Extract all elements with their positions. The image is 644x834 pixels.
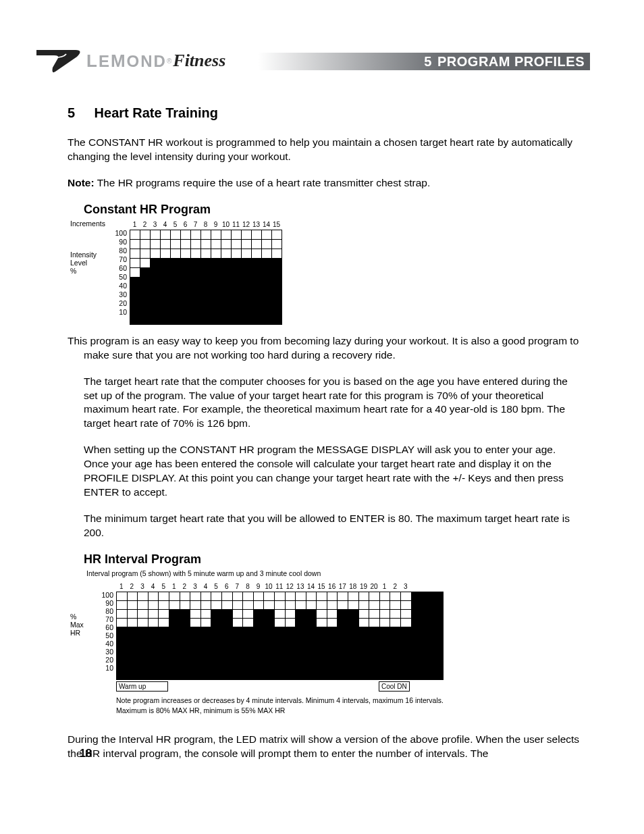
grid-cell bbox=[117, 636, 127, 644]
grid-cell bbox=[242, 287, 251, 296]
grid-cell bbox=[221, 306, 231, 315]
grid-cell bbox=[138, 662, 148, 671]
grid-cell bbox=[222, 636, 232, 644]
x-tick: 15 bbox=[316, 583, 327, 591]
grid-cell bbox=[117, 627, 127, 635]
grid-cell bbox=[190, 645, 200, 653]
grid-cell bbox=[159, 662, 169, 671]
x-tick: 2 bbox=[180, 583, 190, 591]
grid-cell bbox=[130, 259, 140, 267]
grid-cell bbox=[262, 287, 271, 296]
grid-cell bbox=[233, 662, 243, 671]
grid-cell bbox=[243, 662, 253, 671]
grid-cell bbox=[128, 592, 138, 600]
header-section-bar: 5 PROGRAM PROFILES bbox=[258, 53, 590, 70]
grid-cell bbox=[128, 627, 138, 635]
grid-cell bbox=[232, 278, 241, 286]
grid-cell bbox=[327, 592, 338, 600]
grid-cell bbox=[180, 645, 190, 653]
grid-cell bbox=[201, 662, 211, 671]
x-tick: 2 bbox=[140, 221, 150, 229]
body-p4: The minimum target heart rate that you w… bbox=[68, 512, 583, 540]
body-p1: This program is an easy way to keep you … bbox=[68, 334, 583, 363]
grid-cell bbox=[221, 315, 231, 324]
grid-cell bbox=[221, 278, 231, 286]
grid-cell bbox=[338, 627, 348, 635]
grid-cell bbox=[138, 636, 148, 644]
grid-cell bbox=[338, 671, 348, 679]
grid-cell bbox=[117, 610, 127, 618]
grid-cell bbox=[130, 249, 140, 258]
grid-cell bbox=[211, 645, 221, 653]
grid-cell bbox=[380, 627, 390, 635]
grid-cell bbox=[369, 627, 379, 635]
grid-cell bbox=[222, 619, 232, 627]
grid-cell bbox=[369, 654, 379, 662]
grid-cell bbox=[317, 610, 327, 618]
grid-cell bbox=[130, 240, 140, 249]
grid-cell bbox=[232, 240, 241, 249]
warmup-label: Warm up bbox=[116, 681, 168, 692]
grid-cell bbox=[233, 671, 243, 679]
grid-cell bbox=[242, 268, 251, 277]
x-tick: 5 bbox=[158, 583, 169, 591]
grid-cell bbox=[169, 636, 180, 644]
grid-cell bbox=[161, 259, 170, 267]
grid-cell bbox=[359, 619, 369, 627]
grid-cell bbox=[306, 619, 317, 627]
grid-cell bbox=[201, 259, 211, 267]
chart2-ylabel-line3: HR bbox=[70, 629, 96, 637]
grid-cell bbox=[171, 315, 180, 324]
grid-cell bbox=[201, 296, 211, 305]
x-tick: 9 bbox=[211, 221, 221, 229]
grid-cell bbox=[369, 636, 379, 644]
grid-cell bbox=[128, 654, 138, 662]
grid-cell bbox=[130, 268, 140, 277]
grid-cell bbox=[128, 610, 138, 618]
grid-cell bbox=[262, 306, 271, 315]
chart2-segment-labels: Warm upCool DN bbox=[116, 681, 444, 692]
grid-cell bbox=[390, 610, 400, 618]
grid-cell bbox=[252, 287, 261, 296]
grid-cell bbox=[338, 636, 348, 644]
grid-cell bbox=[306, 654, 317, 662]
grid-cell bbox=[169, 601, 180, 609]
grid-cell bbox=[180, 610, 190, 618]
grid-cell bbox=[359, 662, 369, 671]
grid-cell bbox=[117, 662, 127, 671]
grid-cell bbox=[191, 287, 200, 296]
grid-cell bbox=[327, 636, 338, 644]
grid-cell bbox=[401, 627, 411, 635]
grid-cell bbox=[338, 645, 348, 653]
grid-cell bbox=[138, 654, 148, 662]
grid-cell bbox=[232, 268, 241, 277]
grid-cell bbox=[159, 645, 169, 653]
y-tick: 20 bbox=[109, 299, 127, 308]
x-tick: 10 bbox=[263, 583, 274, 591]
x-tick: 5 bbox=[211, 583, 221, 591]
x-tick: 16 bbox=[327, 583, 338, 591]
grid-cell bbox=[222, 627, 232, 635]
grid-cell bbox=[140, 249, 150, 258]
grid-cell bbox=[211, 287, 221, 296]
grid-cell bbox=[222, 610, 232, 618]
grid-cell bbox=[161, 287, 170, 296]
grid-cell bbox=[306, 601, 317, 609]
grid-cell bbox=[233, 610, 243, 618]
grid-cell bbox=[272, 296, 281, 305]
grid-cell bbox=[242, 259, 251, 267]
grid-cell bbox=[201, 315, 211, 324]
note-paragraph: Note: The HR programs require the use of… bbox=[68, 176, 583, 190]
grid-cell bbox=[201, 306, 211, 315]
grid-cell bbox=[338, 601, 348, 609]
grid-cell bbox=[327, 671, 338, 679]
grid-cell bbox=[286, 610, 296, 618]
grid-cell bbox=[211, 230, 221, 239]
grid-cell bbox=[252, 259, 261, 267]
x-tick: 7 bbox=[232, 583, 243, 591]
grid-cell bbox=[191, 315, 200, 324]
grid-cell bbox=[390, 592, 400, 600]
grid-cell bbox=[232, 230, 241, 239]
grid-cell bbox=[151, 249, 160, 258]
grid-cell bbox=[221, 259, 231, 267]
